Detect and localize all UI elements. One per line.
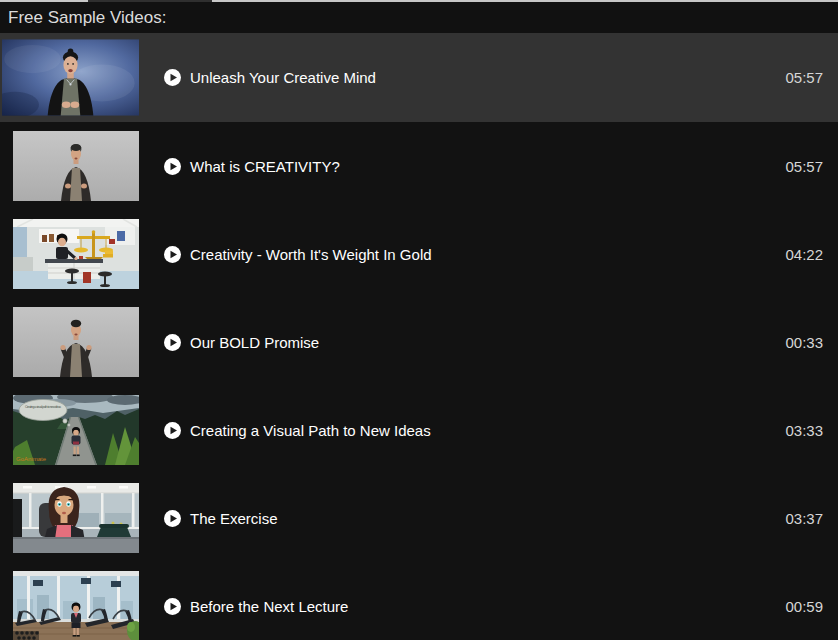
video-duration: 03:33 bbox=[785, 422, 823, 439]
video-duration: 00:59 bbox=[785, 598, 823, 615]
video-title[interactable]: Before the Next Lecture bbox=[190, 598, 348, 615]
thumbnail-art-presenter-blue bbox=[2, 39, 139, 116]
video-duration: 03:37 bbox=[785, 510, 823, 527]
thumbnail-art-gym-treadmills bbox=[13, 571, 139, 640]
thumbnail-art-presenter-gesturing bbox=[13, 307, 139, 377]
play-circle-icon[interactable] bbox=[164, 422, 181, 439]
video-title[interactable]: Creating a Visual Path to New Ideas bbox=[190, 422, 431, 439]
thumbnail-art-lab-gold-scale bbox=[13, 219, 139, 289]
video-row[interactable]: The Exercise 03:37 bbox=[0, 474, 838, 562]
video-row[interactable]: Creating a visual path to new ideas GoAn… bbox=[0, 386, 838, 474]
video-thumbnail[interactable] bbox=[2, 39, 139, 116]
play-circle-icon[interactable] bbox=[164, 510, 181, 527]
video-thumbnail[interactable] bbox=[13, 131, 139, 201]
video-thumbnail[interactable] bbox=[13, 483, 139, 553]
video-title[interactable]: What is CREATIVITY? bbox=[190, 158, 340, 175]
video-title[interactable]: Our BOLD Promise bbox=[190, 334, 319, 351]
video-row[interactable]: Creativity - Worth It's Weight In Gold 0… bbox=[0, 210, 838, 298]
video-thumbnail[interactable] bbox=[13, 219, 139, 289]
video-title[interactable]: Creativity - Worth It's Weight In Gold bbox=[190, 246, 432, 263]
play-circle-icon[interactable] bbox=[164, 69, 181, 86]
video-title[interactable]: Unleash Your Creative Mind bbox=[190, 69, 376, 86]
thumbnail-art-forest-path: Creating a visual path to new ideas GoAn… bbox=[13, 395, 139, 465]
play-circle-icon[interactable] bbox=[164, 334, 181, 351]
video-list: Unleash Your Creative Mind 05:57 bbox=[0, 33, 838, 640]
thumbnail-art-office-woman bbox=[13, 483, 139, 553]
video-row[interactable]: Our BOLD Promise 00:33 bbox=[0, 298, 838, 386]
video-duration: 04:22 bbox=[785, 246, 823, 263]
video-duration: 05:57 bbox=[785, 69, 823, 86]
video-thumbnail[interactable] bbox=[13, 307, 139, 377]
video-duration: 05:57 bbox=[785, 158, 823, 175]
video-thumbnail[interactable] bbox=[13, 571, 139, 640]
section-title: Free Sample Videos: bbox=[8, 8, 166, 28]
video-row[interactable]: Unleash Your Creative Mind 05:57 bbox=[0, 33, 838, 122]
thumbnail-caption-text: Creating a visual path to new ideas bbox=[25, 405, 61, 409]
thumbnail-watermark: GoAnimate bbox=[16, 456, 47, 462]
play-circle-icon[interactable] bbox=[164, 246, 181, 263]
video-row[interactable]: Before the Next Lecture 00:59 bbox=[0, 562, 838, 640]
video-title[interactable]: The Exercise bbox=[190, 510, 278, 527]
thumbnail-art-presenter-gray bbox=[13, 131, 139, 201]
play-circle-icon[interactable] bbox=[164, 598, 181, 615]
top-divider-line bbox=[0, 0, 838, 2]
video-thumbnail[interactable]: Creating a visual path to new ideas GoAn… bbox=[13, 395, 139, 465]
section-header: Free Sample Videos: bbox=[0, 2, 838, 33]
play-circle-icon[interactable] bbox=[164, 158, 181, 175]
video-duration: 00:33 bbox=[785, 334, 823, 351]
top-divider-dark-segment bbox=[88, 0, 212, 2]
video-row[interactable]: What is CREATIVITY? 05:57 bbox=[0, 122, 838, 210]
